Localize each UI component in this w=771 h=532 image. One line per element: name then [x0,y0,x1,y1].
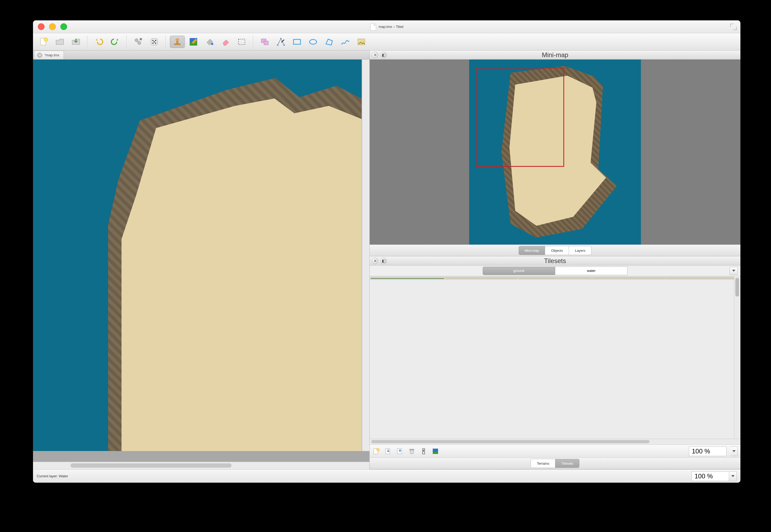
svg-point-10 [154,41,155,42]
tileset-dropdown-button[interactable] [730,267,738,275]
tiles-grid[interactable] [370,276,740,280]
delete-tileset-button[interactable] [408,447,416,455]
tileset-tabs: ground water [370,265,740,276]
scrollbar-thumb[interactable] [735,278,739,297]
svg-rect-30 [410,449,414,450]
eraser-button[interactable] [218,36,233,48]
close-tab-icon[interactable]: ✕ [37,53,42,58]
window-minimize-button[interactable] [49,23,56,30]
svg-point-8 [152,42,154,44]
zoom-dropdown[interactable] [729,471,737,481]
editor-pane: ✕ *map.tmx [33,50,370,469]
tile[interactable] [592,277,666,278]
chevron-down-icon [732,450,736,452]
svg-point-21 [283,44,285,46]
minimap-view[interactable] [370,60,740,245]
panel-close-icon[interactable]: ✕ [372,258,378,264]
undo-button[interactable] [91,36,106,48]
select-objects-button[interactable] [257,36,272,48]
random-mode-button[interactable] [147,36,162,48]
panel-undock-icon[interactable]: ◧ [380,258,387,264]
stamp-brush-button[interactable] [170,36,185,48]
tilesets-panel-header: ✕ ◧ Tilesets [370,256,740,265]
svg-point-2 [135,39,138,42]
map-terrain-sand [121,84,361,451]
window-close-button[interactable] [38,23,45,30]
svg-point-19 [277,44,278,46]
tile[interactable] [371,278,444,279]
tab-tilesets[interactable]: Tilesets [555,459,579,468]
tiles-vertical-scrollbar[interactable] [734,276,740,439]
rect-select-button[interactable] [234,36,249,48]
scrollbar-thumb[interactable] [71,463,231,468]
command-button[interactable] [131,36,146,48]
tilesets-panel: ground water [370,265,740,469]
map-vertical-scrollbar[interactable] [362,60,369,451]
edit-terrain-button[interactable] [432,447,440,455]
tab-terrains[interactable]: Terrains [531,459,555,468]
tileset-tab-ground[interactable]: ground [483,267,555,275]
map-canvas-wrap [33,60,369,462]
tiles-horizontal-scrollbar[interactable] [370,439,740,445]
tab-layers[interactable]: Layers [569,246,592,255]
side-panels: ✕ ◧ Mini-map Mini-map Objects Layers [370,50,740,469]
minimap-panel-title: Mini-map [542,51,569,59]
new-tileset-button[interactable] [372,447,380,455]
minimap-viewport-rect[interactable] [476,68,564,167]
tileset-toolbar [370,445,740,457]
map-canvas[interactable] [33,60,361,451]
insert-polyline-button[interactable] [338,36,353,48]
tileset-zoom-input[interactable] [689,446,726,456]
current-layer-label: Current layer: Water [37,474,68,478]
svg-rect-16 [238,39,245,45]
content-area: ✕ *map.tmx ✕ ◧ [33,50,740,469]
window-zoom-button[interactable] [60,23,67,30]
scrollbar-thumb[interactable] [371,440,650,443]
tile[interactable] [592,278,666,279]
terrain-brush-button[interactable] [186,36,201,48]
fullscreen-icon[interactable] [730,24,737,30]
tile[interactable] [371,277,444,278]
save-file-button[interactable] [68,36,83,48]
window-controls [38,23,67,30]
tileset-properties-button[interactable] [420,447,428,455]
export-tileset-button[interactable] [396,447,404,455]
insert-polygon-button[interactable] [322,36,337,48]
svg-point-20 [280,38,282,39]
document-tabbar: ✕ *map.tmx [33,50,369,60]
edit-polygons-button[interactable] [273,36,288,48]
svg-point-9 [155,42,156,44]
tile[interactable] [518,278,592,279]
insert-rectangle-button[interactable] [289,36,304,48]
svg-point-6 [152,40,154,41]
svg-point-1 [44,38,48,42]
svg-point-27 [376,448,379,451]
tileset-zoom-dropdown[interactable] [730,446,738,456]
new-file-button[interactable] [36,36,51,48]
panel-undock-icon[interactable]: ◧ [380,52,387,58]
open-file-button[interactable] [52,36,67,48]
main-toolbar [33,33,740,50]
document-tab[interactable]: ✕ *map.tmx [34,51,64,59]
tab-minimap[interactable]: Mini-map [519,246,545,255]
tile[interactable] [518,277,592,278]
redo-button[interactable] [108,36,123,48]
tile[interactable] [666,278,739,279]
tile[interactable] [445,277,518,278]
tileset-tab-water[interactable]: water [555,267,628,275]
tiles-scroll-area [370,276,740,439]
bucket-fill-button[interactable] [202,36,217,48]
tile[interactable] [445,278,518,279]
bottom-segmented-tabs: Terrains Tilesets [370,457,740,469]
import-tileset-button[interactable] [384,447,392,455]
map-horizontal-scrollbar[interactable] [33,462,369,469]
tab-objects[interactable]: Objects [545,246,569,255]
insert-ellipse-button[interactable] [305,36,320,48]
svg-point-23 [309,39,316,44]
tile[interactable] [666,277,739,278]
tilesets-panel-title: Tilesets [544,257,566,265]
insert-tile-button[interactable] [354,36,369,48]
svg-point-7 [155,40,156,41]
zoom-input[interactable] [692,471,729,481]
panel-close-icon[interactable]: ✕ [372,52,378,58]
